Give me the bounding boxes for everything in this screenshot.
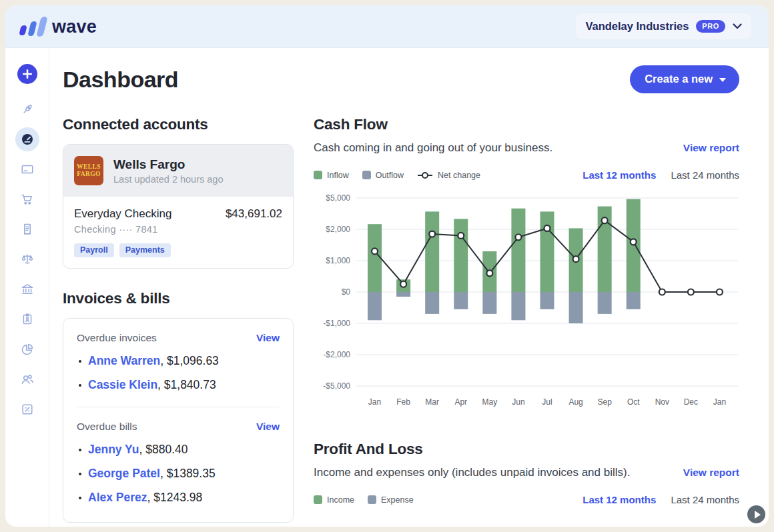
overdue-amount: , $1389.35: [160, 467, 216, 481]
cash-flow-heading: Cash Flow: [314, 116, 739, 133]
outflow-bar: [396, 292, 410, 297]
create-a-new-button[interactable]: Create a new: [630, 65, 739, 93]
credit-card-icon: [20, 162, 35, 177]
overdue-item: Jenny Yu, $880.40: [77, 443, 280, 457]
last-updated-text: Last updated 2 hours ago: [113, 174, 223, 185]
inflow-bar: [540, 211, 554, 292]
outflow-bar: [598, 292, 612, 314]
pro-badge: PRO: [696, 20, 725, 33]
plus-icon: [17, 64, 37, 84]
profit-loss-view-report-link[interactable]: View report: [683, 467, 739, 479]
net-change-point: [458, 233, 464, 239]
net-change-point: [429, 231, 435, 237]
business-switcher[interactable]: Vandelay Industries PRO: [576, 13, 751, 39]
cart-icon: [20, 192, 35, 207]
sidebar-item-users[interactable]: [15, 367, 39, 391]
sidebar-item-dashboard-gauge[interactable]: [15, 127, 39, 151]
customer-link[interactable]: George Patel: [88, 467, 160, 481]
profit-loss-last-24-months-tab[interactable]: Last 24 months: [671, 494, 739, 505]
inflow-bar: [425, 211, 439, 292]
caret-down-icon: [719, 78, 726, 82]
x-axis-month-label: Jul: [542, 397, 552, 407]
wave-logo-bar-icon: [36, 17, 47, 37]
wave-logo[interactable]: wave: [20, 17, 97, 37]
account-card-header: WELLS FARGO Wells Fargo Last updated 2 h…: [63, 145, 293, 197]
account-tag-payments: Payments: [119, 243, 171, 257]
x-axis-month-label: Nov: [655, 397, 669, 407]
expense-swatch-icon: [368, 495, 376, 504]
profit-loss-subtitle: Income and expenses only (includes unpai…: [314, 466, 630, 479]
x-axis-month-label: Sep: [597, 397, 612, 407]
cash-flow-last-24-months-tab[interactable]: Last 24 months: [671, 169, 739, 181]
sidebar-item-receipt[interactable]: [15, 217, 39, 241]
sidebar-item-bank[interactable]: [15, 277, 39, 301]
sidebar-item-percent[interactable]: [15, 397, 39, 421]
x-axis-month-label: May: [482, 397, 498, 407]
customer-link[interactable]: Anne Warren: [88, 354, 160, 368]
net-change-marker-icon: [417, 171, 433, 179]
y-axis-tick-label: $5,000: [326, 193, 350, 203]
outflow-bar: [569, 292, 583, 323]
app-window: wave Vandelay Industries PRO Dashboard C…: [5, 5, 769, 527]
y-axis-tick-label: -$2,000: [323, 350, 350, 359]
wave-wordmark: wave: [52, 17, 97, 37]
net-change-point: [515, 234, 521, 240]
y-axis-tick-label: -$1,000: [323, 319, 350, 328]
overdue-item: Cassie Klein, $1,840.73: [77, 378, 280, 392]
x-axis-month-label: Aug: [568, 397, 583, 407]
income-swatch-icon: [314, 495, 322, 504]
overdue-item: George Patel, $1389.35: [77, 467, 280, 481]
overdue-bills-label: Overdue bills: [77, 421, 137, 433]
net-change-point: [544, 225, 550, 231]
outflow-bar: [482, 292, 496, 314]
chevron-down-icon: [733, 23, 742, 29]
sidebar-item-rocket[interactable]: [15, 97, 39, 121]
sidebar-item-pie-chart[interactable]: [15, 337, 39, 361]
sidebar-item-plus[interactable]: [17, 64, 37, 84]
pie-chart-icon: [20, 342, 35, 357]
net-change-point: [659, 289, 665, 295]
overdue-invoices-label: Overdue invoices: [77, 332, 157, 344]
wells-fargo-logo: WELLS FARGO: [74, 156, 103, 185]
profit-loss-last-12-months-tab[interactable]: Last 12 months: [583, 494, 656, 505]
net-change-point: [372, 248, 378, 254]
legend-income: Income: [314, 495, 354, 505]
play-icon: [755, 511, 761, 519]
y-axis-tick-label: $0: [342, 287, 351, 297]
bullet-dot: [79, 360, 81, 363]
sidebar-item-clipboard[interactable]: [15, 307, 39, 331]
overdue-amount: , $1243.98: [147, 491, 203, 505]
outflow-bar: [368, 292, 382, 320]
overdue-invoices-list: Anne Warren, $1,096.63Cassie Klein, $1,8…: [77, 354, 280, 392]
sidebar-item-cart[interactable]: [15, 187, 39, 211]
connected-account-card: WELLS FARGO Wells Fargo Last updated 2 h…: [63, 144, 294, 269]
create-a-new-label: Create a new: [645, 73, 713, 85]
page-title: Dashboard: [63, 67, 178, 93]
outflow-bar: [511, 292, 525, 320]
sidebar-item-scale[interactable]: [15, 247, 39, 271]
play-button[interactable]: [747, 505, 765, 523]
overdue-amount: , $1,840.73: [157, 378, 216, 392]
account-detail: Checking ···· 7841: [74, 224, 282, 235]
legend-inflow: Inflow: [314, 171, 349, 180]
sidebar-item-credit-card[interactable]: [15, 157, 39, 181]
outflow-bar: [454, 292, 468, 309]
cash-flow-last-12-months-tab[interactable]: Last 12 months: [583, 169, 656, 181]
customer-link[interactable]: Alex Perez: [88, 491, 147, 505]
view-overdue-bills-link[interactable]: View: [256, 421, 280, 433]
wave-logo-bar-icon: [19, 25, 27, 35]
y-axis-tick-label: -$5,000: [323, 381, 350, 391]
view-overdue-invoices-link[interactable]: View: [256, 332, 280, 344]
net-change-point: [573, 256, 579, 262]
invoices-bills-heading: Invoices & bills: [63, 290, 294, 307]
cash-flow-view-report-link[interactable]: View report: [683, 142, 739, 154]
rocket-icon: [20, 102, 35, 117]
x-axis-month-label: Jan: [368, 397, 381, 407]
outflow-swatch-icon: [362, 171, 371, 179]
bullet-dot: [79, 497, 81, 499]
percent-icon: [20, 402, 35, 417]
customer-link[interactable]: Jenny Yu: [88, 443, 139, 457]
outflow-bar: [425, 292, 439, 314]
customer-link[interactable]: Cassie Klein: [88, 378, 157, 392]
overdue-bills-list: Jenny Yu, $880.40George Patel, $1389.35A…: [77, 443, 280, 505]
